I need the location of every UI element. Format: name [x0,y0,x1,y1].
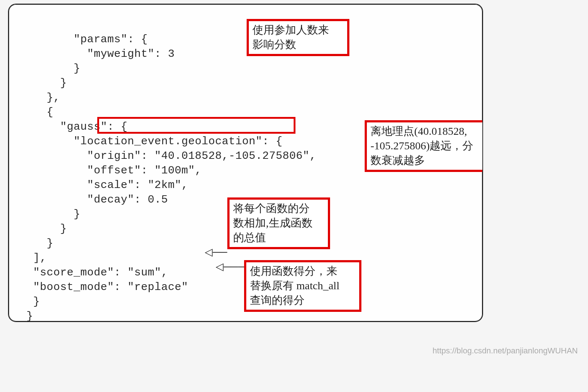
code-line: "offset": "100m", [20,164,202,177]
code-line: "decay": 0.5 [20,193,168,206]
code-line: { [20,106,54,118]
code-line: "boost_mode": "replace" [20,281,188,293]
annotation-line: 查询的得分 [250,293,356,307]
code-line: } [20,77,67,89]
annotation-line: 数相加,生成函数 [233,216,324,230]
annotation-line: 离地理点(40.018528, [371,124,480,138]
annotation-score-mode: 将每个函数的分 数相加,生成函数 的总值 [227,197,330,249]
watermark-url: https://blog.csdn.net/panjianlongWUHAN [432,346,578,356]
annotation-line: 使用函数得分，来 [250,264,356,278]
annotation-line: 数衰减越多 [371,153,480,168]
annotation-line: 的总值 [233,230,324,245]
annotation-line: 替换原有 match_all [250,278,356,293]
code-line: } [20,208,81,220]
code-line: } [20,310,33,322]
annotation-line: 使用参加人数来 [252,23,344,37]
annotation-line: 将每个函数的分 [233,201,324,216]
annotation-line: 影响分数 [252,37,344,52]
arrow-left-icon: ◁── [205,246,227,258]
code-line: "myweight": 3 [20,48,175,60]
code-line: "score_mode": "sum", [20,266,168,279]
code-line: } [20,62,81,75]
code-line: }, [20,91,60,104]
code-line: } [20,295,40,308]
code-line: "location_event.geolocation": { [20,135,283,148]
annotation-gauss-distance: 离地理点(40.018528, -105.275806)越远，分 数衰减越多 [365,120,483,172]
code-line: } [20,223,67,235]
highlight-geolocation-key [97,117,295,134]
code-line: "origin": "40.018528,-105.275806", [20,150,316,162]
code-line: } [20,237,54,250]
annotation-boost-mode: 使用函数得分，来 替换原有 match_all 查询的得分 [244,260,361,312]
code-line: "scale": "2km", [20,179,188,191]
annotation-params: 使用参加人数来 影响分数 [247,19,349,56]
code-line: ], [20,252,47,264]
arrow-left-icon: ◁─── [216,260,246,273]
page-frame: "params": { "myweight": 3 } } }, { "gaus… [8,4,483,322]
annotation-line: -105.275806)越远，分 [371,138,480,153]
code-line: "params": { [20,33,148,46]
